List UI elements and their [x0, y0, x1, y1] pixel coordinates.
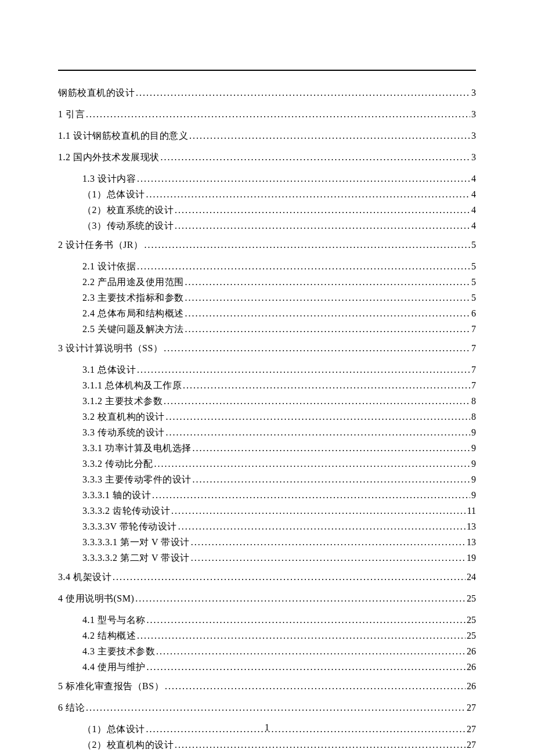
- toc-leader: [136, 631, 466, 641]
- toc-entry[interactable]: 3.1.1 总体机构及工作原7: [58, 380, 476, 392]
- toc-leader: [134, 593, 466, 604]
- toc-page: 25: [466, 631, 476, 641]
- toc-title: 2 设计任务书（JR）: [58, 239, 143, 251]
- toc-title: 6 结论: [58, 702, 85, 714]
- toc-title: 3.3.3 主要传动零件的设计: [82, 474, 192, 486]
- toc-page: 8: [470, 396, 476, 406]
- toc-entry[interactable]: 3.1.2 主要技术参数8: [58, 395, 476, 408]
- toc-entry[interactable]: 3.3 传动系统的设计9: [58, 427, 476, 439]
- toc-entry[interactable]: 2 设计任务书（JR）5: [58, 239, 476, 251]
- toc-entry[interactable]: （3）传动系统的设计4: [58, 220, 476, 232]
- toc-entry[interactable]: 5 标准化审查报告（BS）26: [58, 681, 476, 693]
- toc-title: 3.3.2 传动比分配: [82, 458, 153, 470]
- toc-title: 钢筋校直机的设计: [58, 87, 135, 99]
- toc-page: 19: [466, 553, 476, 563]
- toc-entry[interactable]: 1 引言3: [58, 109, 476, 121]
- toc-title: 3.3.3.3.2 第二对 V 带设计: [82, 552, 190, 564]
- toc-page: 11: [466, 506, 476, 516]
- toc-entry[interactable]: 2.5 关键问题及解决方法7: [58, 323, 476, 336]
- toc-leader: [146, 662, 466, 672]
- toc-page: 9: [470, 443, 476, 453]
- toc-title: 3.1.1 总体机构及工作原: [82, 380, 182, 392]
- toc-entry[interactable]: 3.2 校直机构的设计8: [58, 411, 476, 423]
- toc-entry[interactable]: （2）校直系统的设计4: [58, 204, 476, 217]
- toc-leader: [165, 412, 471, 422]
- toc-entry[interactable]: 3 设计计算说明书（SS）7: [58, 343, 476, 355]
- toc-title: 4 使用说明书(SM): [58, 593, 134, 605]
- toc-leader: [177, 521, 466, 532]
- toc-entry[interactable]: 3.3.3.2 齿轮传动设计11: [58, 505, 476, 517]
- toc-leader: [182, 380, 470, 391]
- table-of-contents: 钢筋校直机的设计31 引言31.1 设计钢筋校直机的目的意义31.2 国内外技术…: [58, 87, 476, 751]
- toc-title: 1.1 设计钢筋校直机的目的意义: [58, 130, 188, 142]
- toc-entry[interactable]: 1.1 设计钢筋校直机的目的意义3: [58, 130, 476, 142]
- toc-page: 7: [470, 380, 476, 391]
- toc-page: 3: [470, 131, 476, 141]
- toc-leader: [143, 240, 470, 250]
- toc-page: 9: [470, 474, 476, 485]
- toc-entry[interactable]: 3.3.3 主要传动零件的设计9: [58, 474, 476, 486]
- toc-entry[interactable]: 2.4 总体布局和结构概述6: [58, 308, 476, 320]
- toc-entry[interactable]: 6 结论27: [58, 702, 476, 714]
- toc-page: 27: [466, 703, 476, 713]
- toc-entry[interactable]: 4.2 结构概述25: [58, 630, 476, 642]
- toc-title: 1.3 设计内容: [82, 173, 136, 185]
- toc-title: 4.2 结构概述: [82, 630, 136, 642]
- toc-leader: [184, 324, 471, 334]
- toc-entry[interactable]: （2）校直机构的设计27: [58, 739, 476, 751]
- toc-entry[interactable]: 1.2 国内外技术发展现状3: [58, 152, 476, 164]
- toc-entry[interactable]: 2.2 产品用途及使用范围5: [58, 276, 476, 289]
- toc-entry[interactable]: 3.3.3.3.1 第一对 V 带设计13: [58, 537, 476, 549]
- toc-entry[interactable]: 3.4 机架设计24: [58, 571, 476, 584]
- toc-title: 3.3.3.2 齿轮传动设计: [82, 505, 170, 517]
- toc-page: 27: [466, 740, 476, 750]
- toc-leader: [136, 365, 470, 375]
- toc-leader: [192, 443, 471, 453]
- toc-leader: [145, 189, 471, 200]
- toc-page: 26: [466, 662, 476, 672]
- toc-entry[interactable]: 钢筋校直机的设计3: [58, 87, 476, 99]
- toc-page: 5: [470, 293, 476, 303]
- toc-entry[interactable]: 3.1 总体设计7: [58, 364, 476, 376]
- toc-entry[interactable]: 3.3.3.3V 带轮传动设计13: [58, 521, 476, 533]
- toc-entry[interactable]: （1）总体设计4: [58, 189, 476, 201]
- toc-leader: [165, 427, 471, 438]
- toc-leader: [111, 572, 466, 582]
- toc-title: 3.1.2 主要技术参数: [82, 395, 163, 408]
- toc-entry[interactable]: 3.3.3.3.2 第二对 V 带设计19: [58, 552, 476, 564]
- toc-title: 4.1 型号与名称: [82, 614, 146, 627]
- toc-page: 6: [470, 308, 476, 319]
- toc-leader: [192, 474, 471, 485]
- toc-entry[interactable]: 4 使用说明书(SM)25: [58, 593, 476, 605]
- toc-page: 5: [470, 277, 476, 287]
- toc-leader: [184, 293, 471, 303]
- toc-entry[interactable]: 2.1 设计依据5: [58, 261, 476, 273]
- toc-leader: [188, 131, 470, 141]
- toc-leader: [164, 681, 466, 692]
- toc-page: 13: [466, 521, 476, 532]
- toc-title: 3.3.3.3V 带轮传动设计: [82, 521, 177, 533]
- toc-page: 9: [470, 459, 476, 469]
- toc-entry[interactable]: 3.3.2 传动比分配9: [58, 458, 476, 470]
- toc-leader: [85, 703, 466, 713]
- toc-leader: [135, 88, 470, 98]
- toc-entry[interactable]: 4.3 主要技术参数26: [58, 646, 476, 658]
- toc-leader: [85, 109, 470, 120]
- toc-page: 5: [470, 261, 476, 272]
- page-number: 1: [0, 722, 534, 733]
- toc-entry[interactable]: 4.1 型号与名称25: [58, 614, 476, 627]
- toc-entry[interactable]: 2.3 主要技术指标和参数5: [58, 292, 476, 304]
- toc-leader: [151, 490, 470, 501]
- toc-page: 26: [466, 646, 476, 657]
- toc-page: 4: [470, 205, 476, 215]
- toc-entry[interactable]: 4.4 使用与维护26: [58, 661, 476, 674]
- toc-page: 25: [466, 615, 476, 625]
- toc-title: 2.3 主要技术指标和参数: [82, 292, 184, 304]
- toc-entry[interactable]: 1.3 设计内容4: [58, 173, 476, 185]
- toc-page: 13: [466, 537, 476, 548]
- toc-title: 1.2 国内外技术发展现状: [58, 152, 160, 164]
- toc-page: 7: [470, 365, 476, 375]
- toc-entry[interactable]: 3.3.1 功率计算及电机选择9: [58, 442, 476, 455]
- toc-entry[interactable]: 3.3.3.1 轴的设计9: [58, 489, 476, 502]
- toc-leader: [163, 343, 470, 354]
